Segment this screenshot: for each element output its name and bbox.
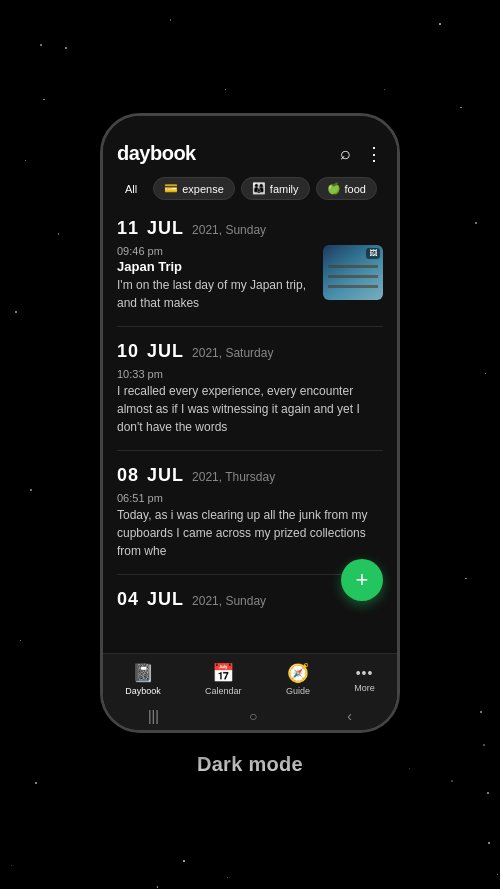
bottom-nav: 📓 Daybook 📅 Calendar 🧭 Guide ••• More bbox=[103, 653, 397, 702]
system-nav-back[interactable]: ‹ bbox=[347, 708, 352, 724]
entry-jul11[interactable]: 09:46 pm Japan Trip I'm on the last day … bbox=[117, 245, 383, 322]
fab-add-button[interactable]: + bbox=[341, 559, 383, 601]
date-header-jul11: 11 JUL 2021, Sunday bbox=[117, 208, 383, 245]
daybook-nav-icon: 📓 bbox=[132, 662, 154, 684]
more-nav-icon: ••• bbox=[356, 665, 374, 681]
more-vert-icon[interactable]: ⋮ bbox=[365, 143, 383, 165]
app-header: daybook ⌕ ⋮ bbox=[103, 136, 397, 173]
divider-2 bbox=[117, 450, 383, 451]
family-emoji: 👨‍👩‍👦 bbox=[252, 182, 266, 195]
entry-jul10[interactable]: 10:33 pm I recalled every experience, ev… bbox=[117, 368, 383, 446]
filter-tab-expense[interactable]: 💳 expense bbox=[153, 177, 235, 200]
nav-item-more[interactable]: ••• More bbox=[346, 663, 383, 695]
app-screen: daybook ⌕ ⋮ All 💳 expense 👨‍👩‍👦 family bbox=[103, 116, 397, 730]
nav-item-calendar[interactable]: 📅 Calendar bbox=[197, 660, 250, 698]
phone-device: daybook ⌕ ⋮ All 💳 expense 👨‍👩‍👦 family bbox=[100, 113, 400, 733]
entry-jul08[interactable]: 06:51 pm Today, as i was clearing up all… bbox=[117, 492, 383, 570]
step-line bbox=[328, 265, 378, 268]
step-line bbox=[328, 275, 378, 278]
filter-tab-all[interactable]: All bbox=[115, 179, 147, 199]
app-title: daybook bbox=[117, 142, 196, 165]
dark-mode-label: Dark mode bbox=[197, 753, 303, 776]
header-icons: ⌕ ⋮ bbox=[340, 143, 383, 165]
date-header-jul08: 08 JUL 2021, Thursday bbox=[117, 455, 383, 492]
expense-emoji: 💳 bbox=[164, 182, 178, 195]
divider-1 bbox=[117, 326, 383, 327]
nav-item-guide[interactable]: 🧭 Guide bbox=[278, 660, 318, 698]
nav-item-daybook[interactable]: 📓 Daybook bbox=[117, 660, 169, 698]
entry-jul11-content: 09:46 pm Japan Trip I'm on the last day … bbox=[117, 245, 383, 312]
system-nav-recents[interactable]: ||| bbox=[148, 708, 159, 724]
food-emoji: 🍏 bbox=[327, 182, 341, 195]
filter-tab-food[interactable]: 🍏 food bbox=[316, 177, 377, 200]
system-nav-home[interactable]: ○ bbox=[249, 708, 257, 724]
filter-tabs: All 💳 expense 👨‍👩‍👦 family 🍏 food bbox=[103, 173, 397, 208]
step-line bbox=[328, 285, 378, 288]
filter-tab-family[interactable]: 👨‍👩‍👦 family bbox=[241, 177, 310, 200]
system-nav: ||| ○ ‹ bbox=[103, 702, 397, 730]
steps-visual bbox=[323, 245, 383, 300]
status-bar bbox=[103, 116, 397, 136]
entry-jul11-text: 09:46 pm Japan Trip I'm on the last day … bbox=[117, 245, 323, 312]
phone-wrapper: daybook ⌕ ⋮ All 💳 expense 👨‍👩‍👦 family bbox=[100, 113, 400, 776]
journal-content: 11 JUL 2021, Sunday 09:46 pm Japan Trip … bbox=[103, 208, 397, 653]
calendar-nav-icon: 📅 bbox=[212, 662, 234, 684]
date-header-jul10: 10 JUL 2021, Saturday bbox=[117, 331, 383, 368]
entry-jul11-image: 🖼 bbox=[323, 245, 383, 300]
guide-nav-icon: 🧭 bbox=[287, 662, 309, 684]
search-icon[interactable]: ⌕ bbox=[340, 143, 351, 164]
